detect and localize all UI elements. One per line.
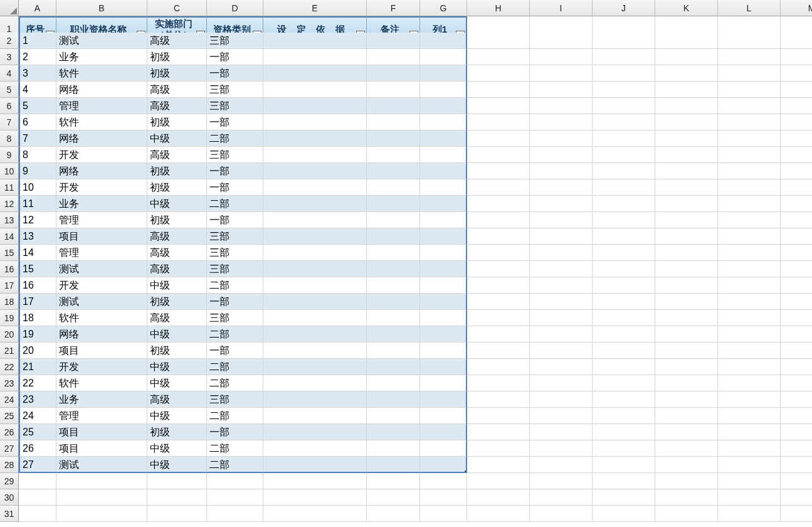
cell-B4[interactable]: 软件	[56, 65, 147, 82]
cell-E16[interactable]	[263, 261, 367, 277]
cell-F27[interactable]	[367, 440, 420, 457]
cell-L3[interactable]	[718, 49, 781, 65]
cell-G28[interactable]	[420, 457, 467, 473]
cell-B23[interactable]: 软件	[56, 375, 147, 391]
cell-C29[interactable]	[147, 473, 207, 489]
cell-J3[interactable]	[593, 49, 655, 65]
cell-I21[interactable]	[530, 343, 593, 359]
cell-C21[interactable]: 初级	[147, 343, 207, 359]
cell-J29[interactable]	[593, 473, 655, 489]
cell-B2[interactable]: 测试	[56, 33, 147, 49]
cell-A30[interactable]	[19, 489, 56, 506]
cell-H4[interactable]	[467, 65, 530, 82]
cell-J11[interactable]	[593, 179, 655, 196]
cell-F18[interactable]	[367, 294, 420, 310]
cell-H28[interactable]	[467, 457, 530, 473]
cell-A9[interactable]: 8	[19, 147, 56, 163]
cell-E27[interactable]	[263, 440, 367, 457]
cell-H18[interactable]	[467, 294, 530, 310]
cell-F26[interactable]	[367, 424, 420, 440]
cell-J23[interactable]	[593, 375, 655, 391]
cell-B22[interactable]: 开发	[56, 359, 147, 375]
cell-D9[interactable]: 三部	[207, 147, 263, 163]
cell-B8[interactable]: 网络	[56, 130, 147, 147]
cell-E25[interactable]	[263, 408, 367, 424]
cell-K2[interactable]	[655, 33, 718, 49]
cell-B12[interactable]: 业务	[56, 196, 147, 212]
cell-L29[interactable]	[718, 473, 781, 489]
cell-K26[interactable]	[655, 424, 718, 440]
cell-B31[interactable]	[56, 506, 147, 522]
cell-E7[interactable]	[263, 114, 367, 130]
cell-K18[interactable]	[655, 294, 718, 310]
cell-G22[interactable]	[420, 359, 467, 375]
cell-I16[interactable]	[530, 261, 593, 277]
cell-H30[interactable]	[467, 489, 530, 506]
cell-G8[interactable]	[420, 130, 467, 147]
cell-I28[interactable]	[530, 457, 593, 473]
cell-H11[interactable]	[467, 179, 530, 196]
cell-E19[interactable]	[263, 310, 367, 326]
cell-H25[interactable]	[467, 408, 530, 424]
cell-D4[interactable]: 一部	[207, 65, 263, 82]
cell-L17[interactable]	[718, 277, 781, 294]
cell-E24[interactable]	[263, 391, 367, 408]
cell-G19[interactable]	[420, 310, 467, 326]
row-header-20[interactable]: 20	[0, 326, 19, 343]
cell-C11[interactable]: 初级	[147, 179, 207, 196]
cell-I7[interactable]	[530, 114, 593, 130]
cell-H21[interactable]	[467, 343, 530, 359]
cell-K21[interactable]	[655, 343, 718, 359]
cell-G11[interactable]	[420, 179, 467, 196]
cell-H23[interactable]	[467, 375, 530, 391]
cell-B30[interactable]	[56, 489, 147, 506]
cell-G5[interactable]	[420, 82, 467, 98]
cell-I2[interactable]	[530, 33, 593, 49]
row-header-27[interactable]: 27	[0, 440, 19, 457]
cell-D17[interactable]: 二部	[207, 277, 263, 294]
column-header-F[interactable]: F	[367, 0, 420, 16]
cell-G24[interactable]	[420, 391, 467, 408]
row-header-21[interactable]: 21	[0, 343, 19, 359]
row-header-9[interactable]: 9	[0, 147, 19, 163]
cell-H16[interactable]	[467, 261, 530, 277]
row-header-31[interactable]: 31	[0, 506, 19, 522]
cell-I20[interactable]	[530, 326, 593, 343]
cell-M16[interactable]	[781, 261, 812, 277]
cell-J27[interactable]	[593, 440, 655, 457]
cell-I29[interactable]	[530, 473, 593, 489]
cell-D2[interactable]: 三部	[207, 33, 263, 49]
cell-B26[interactable]: 项目	[56, 424, 147, 440]
cell-B21[interactable]: 项目	[56, 343, 147, 359]
cell-L5[interactable]	[718, 82, 781, 98]
cell-L7[interactable]	[718, 114, 781, 130]
row-header-30[interactable]: 30	[0, 489, 19, 506]
cell-E5[interactable]	[263, 82, 367, 98]
cell-F3[interactable]	[367, 49, 420, 65]
cell-M8[interactable]	[781, 130, 812, 147]
column-header-C[interactable]: C	[147, 0, 207, 16]
cell-M6[interactable]	[781, 98, 812, 114]
row-header-25[interactable]: 25	[0, 408, 19, 424]
cell-D19[interactable]: 三部	[207, 310, 263, 326]
cell-A8[interactable]: 7	[19, 130, 56, 147]
cell-F19[interactable]	[367, 310, 420, 326]
row-header-26[interactable]: 26	[0, 424, 19, 440]
cell-H13[interactable]	[467, 212, 530, 228]
cell-K19[interactable]	[655, 310, 718, 326]
cell-F6[interactable]	[367, 98, 420, 114]
cell-H22[interactable]	[467, 359, 530, 375]
cell-D5[interactable]: 三部	[207, 82, 263, 98]
cell-J2[interactable]	[593, 33, 655, 49]
cell-G15[interactable]	[420, 245, 467, 261]
cell-A23[interactable]: 22	[19, 375, 56, 391]
cell-I11[interactable]	[530, 179, 593, 196]
cell-C6[interactable]: 高级	[147, 98, 207, 114]
cell-K8[interactable]	[655, 130, 718, 147]
row-header-3[interactable]: 3	[0, 49, 19, 65]
cell-I26[interactable]	[530, 424, 593, 440]
cell-A19[interactable]: 18	[19, 310, 56, 326]
cell-D22[interactable]: 二部	[207, 359, 263, 375]
cell-C27[interactable]: 中级	[147, 440, 207, 457]
cell-I23[interactable]	[530, 375, 593, 391]
